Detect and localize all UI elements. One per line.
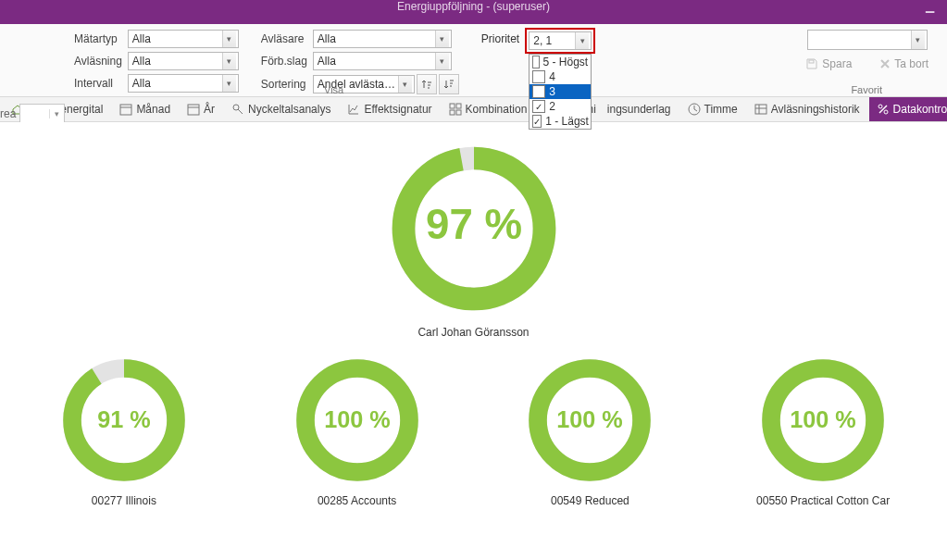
prioritet-value: 2, 1 [533,34,552,47]
tab-label: ingsunderlag [607,103,671,116]
prioritet-label: Prioritet [481,32,519,45]
chevron-down-icon [222,75,236,92]
tab-label: Månad [136,103,170,116]
favorit-select[interactable] [807,30,928,50]
sort-desc-icon [443,79,455,90]
donut-chart: 100 % [525,355,654,485]
tab-label: Avläsningshistorik [771,103,860,116]
donut-chart: 100 % [758,355,888,485]
chevron-down-icon [222,31,236,47]
chevron-down-icon [398,76,412,93]
favorit-group: Spara Ta bort [802,30,932,72]
filter-col-2: Avläsare Alla Förb.slag Alla Sortering A… [261,30,459,94]
donut-label: 00285 Accounts [318,494,396,507]
donut-chart: 100 % [293,355,422,485]
sort-asc-button[interactable] [417,74,437,94]
matartyp-value: Alla [132,32,151,45]
svg-rect-3 [188,105,199,115]
opt-text: 1 - Lägst [545,115,589,128]
tab-kombination[interactable]: Kombination [442,97,535,121]
avlasare-select[interactable]: Alla [313,30,452,48]
tab-label: Kombination [466,103,528,116]
prioritet-option[interactable]: 2 [530,99,591,114]
sortering-label: Sortering [261,78,307,91]
donut-chart: 91 % [59,355,189,485]
matartyp-label: Mätartyp [74,32,122,45]
spara-button[interactable]: Spara [802,56,855,72]
checkbox-icon [532,115,542,128]
svg-rect-6 [450,104,455,108]
prioritet-dropdown-panel: 5 - Högst 4 3 2 1 - Lägst [529,54,592,130]
avlasning-label: Avläsning [74,55,122,68]
tab-datakontroll[interactable]: Datakontroll [869,97,947,121]
donut-cell: 100 % 00549 Reduced [479,355,703,507]
filter-col-3: Prioritet 2, 1 5 - Högst 4 3 2 1 - Lägst [481,30,595,54]
tab-timme[interactable]: Timme [680,97,745,121]
donut-big-wrap: 97 % Carl Johan Göransson [7,141,940,339]
tab-effektsignatur[interactable]: Effektsignatur [340,97,439,121]
close-icon [879,58,891,69]
filter-col-1: Mätartyp Alla Avläsning Alla Intervall A… [74,30,239,93]
prioritet-option[interactable]: 1 - Lägst [530,114,591,129]
prioritet-option[interactable]: 3 [530,84,591,99]
section-favorit: Favorit [851,84,882,95]
chevron-down-icon [435,31,449,47]
table-icon [754,103,767,116]
opt-text: 4 [549,70,555,83]
matartyp-select[interactable]: Alla [128,30,239,48]
prioritet-select[interactable]: 2, 1 [529,31,592,50]
checkbox-icon [532,85,545,98]
chart-icon [347,103,360,116]
clock-icon [688,103,701,116]
spara-label: Spara [822,57,852,70]
tabs-bar: Primärenergital Månad År Nyckeltalsanaly… [0,97,947,122]
tab-label: År [204,103,215,116]
prioritet-highlight: 2, 1 5 - Högst 4 3 2 1 - Lägst [525,28,595,54]
tab-label: Datakontroll [893,103,947,116]
svg-rect-9 [456,110,461,115]
forbslag-label: Förb.slag [261,55,307,68]
window-controls: ▁ [919,0,940,13]
svg-rect-8 [450,110,455,115]
avlasning-select[interactable]: Alla [128,52,239,70]
avlasare-label: Avläsare [261,32,307,45]
tab-label: Nyckeltalsanalys [248,103,330,116]
forbslag-select[interactable]: Alla [313,52,452,70]
donut-pct-text: 100 % [324,406,390,432]
left-fragment: rea j [0,104,65,124]
svg-rect-1 [120,105,131,115]
save-icon [805,57,818,70]
tab-ar[interactable]: År [180,97,222,121]
chevron-down-icon [911,31,925,49]
chevron-down-icon [575,32,589,49]
svg-point-15 [878,105,882,108]
minimize-icon[interactable]: ▁ [919,0,940,13]
sort-asc-icon [421,79,432,90]
tabort-button[interactable]: Ta bort [876,56,932,72]
intervall-value: Alla [132,77,151,90]
tab-avlasningshistorik[interactable]: Avläsningshistorik [747,97,867,121]
tab-nyckeltalsanalys[interactable]: Nyckeltalsanalys [224,97,338,121]
donut-pct-text: 100 % [557,406,623,432]
prioritet-option[interactable]: 5 - Högst [530,55,591,69]
donut-chart: 97 % [386,141,562,317]
grid-icon [449,103,462,116]
donut-pct-text: 91 % [97,406,150,432]
opt-text: 2 [549,100,555,113]
tab-manad[interactable]: Månad [112,97,178,121]
percent-icon [877,103,890,116]
canvas: 97 % Carl Johan Göransson 91 % 00277 Ill… [0,122,947,516]
intervall-select[interactable]: Alla [128,74,239,93]
checkbox-icon [532,70,545,83]
calendar-icon [187,103,200,116]
tabort-label: Ta bort [894,57,928,70]
frag-select[interactable] [19,104,65,124]
chevron-down-icon [222,53,236,69]
forbslag-value: Alla [318,55,336,68]
key-icon [231,103,244,116]
donut-row: 91 % 00277 Illinois 100 % 00285 Accounts… [7,355,940,507]
donut-pct-text: 97 % [426,201,522,248]
sort-desc-button[interactable] [439,74,459,94]
tab-avlasningsunderlag-right[interactable]: ingsunderlag [607,97,679,121]
prioritet-option[interactable]: 4 [530,69,591,84]
